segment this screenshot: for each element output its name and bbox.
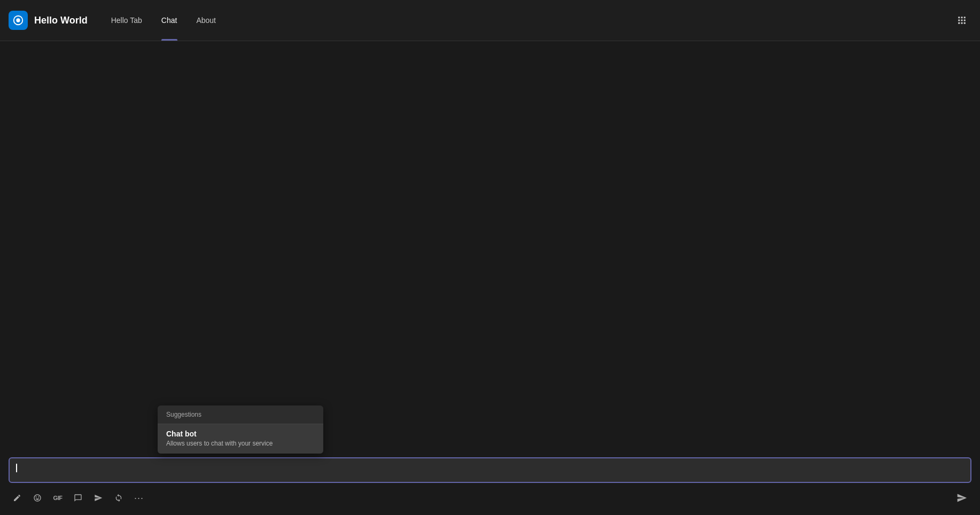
emoji-button[interactable] [29,489,46,506]
send-button[interactable] [952,488,971,508]
suggestions-header: Suggestions [158,405,323,424]
svg-rect-4 [964,17,966,18]
app-title: Hello World [34,15,88,26]
svg-rect-7 [964,20,966,21]
suggestion-description: Allows users to chat with your service [166,440,315,447]
suggestion-title: Chat bot [166,430,315,438]
svg-rect-9 [961,22,963,24]
svg-rect-5 [958,20,960,21]
gif-button[interactable]: GIF [49,489,66,506]
svg-rect-6 [961,20,963,21]
toolbar-row: GIF [9,487,971,509]
svg-rect-3 [961,17,963,18]
app-header: Hello World Hello Tab Chat About [0,0,980,41]
message-input-container[interactable] [9,457,971,483]
tab-about[interactable]: About [188,0,224,41]
main-content: Suggestions Chat bot Allows users to cha… [0,41,980,515]
header-right [952,11,971,30]
svg-rect-8 [958,22,960,24]
tab-chat[interactable]: Chat [153,0,186,41]
nav-tabs: Hello Tab Chat About [103,0,224,41]
suggestions-popup: Suggestions Chat bot Allows users to cha… [158,405,323,454]
toolbar: GIF [9,487,147,509]
bottom-area: GIF [0,457,980,515]
app-logo [9,11,28,30]
svg-rect-10 [964,22,966,24]
input-cursor [16,464,17,472]
format-button[interactable] [9,489,26,506]
loop-button[interactable] [110,489,127,506]
header-settings-button[interactable] [952,11,971,30]
chat-area [0,41,980,457]
svg-rect-2 [958,17,960,18]
tab-hello-tab[interactable]: Hello Tab [103,0,151,41]
svg-point-1 [16,18,20,22]
suggestion-item[interactable]: Chat bot Allows users to chat with your … [158,424,323,454]
sticker-button[interactable] [69,489,87,506]
more-options-button[interactable]: ··· [130,489,147,506]
schedule-send-button[interactable] [90,489,107,506]
